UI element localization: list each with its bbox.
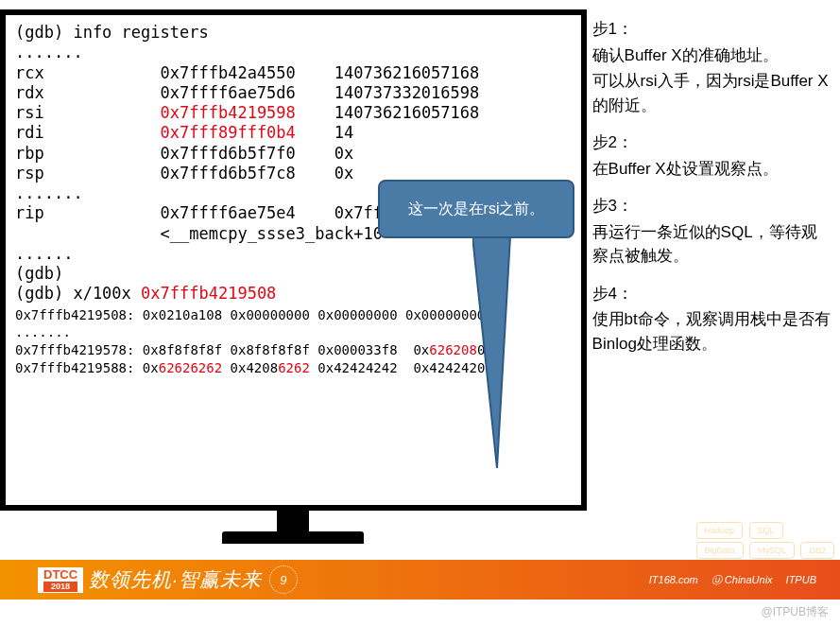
steps-panel: 步1： 确认Buffer X的准确地址。 可以从rsi入手，因为rsi是Buff… bbox=[592, 9, 832, 544]
hex-tag: SQL bbox=[749, 522, 783, 539]
reg-rcx: rcx 0x7fffb42a4550 140736216057168 bbox=[15, 63, 572, 83]
step-text: 确认Buffer X的准确地址。 bbox=[592, 43, 832, 68]
cmd-prefix: (gdb) x/100x bbox=[15, 284, 141, 303]
step-4: 步4： 使用bt命令，观察调用栈中是否有Binlog处理函数。 bbox=[592, 282, 832, 356]
reg-rdi-dec: 14 bbox=[296, 123, 353, 142]
step-1: 步1： 确认Buffer X的准确地址。 可以从rsi入手，因为rsi是Buff… bbox=[592, 17, 832, 117]
step-title: 步2： bbox=[592, 130, 832, 155]
svg-marker-0 bbox=[472, 236, 510, 468]
reg-rbp: rbp 0x7fffd6b5f7f0 0x bbox=[15, 144, 572, 164]
hex-background: Hadoop SQL BigData MySQL DB2 bbox=[695, 520, 835, 560]
footer-slogan: 数领先机·智赢未来 bbox=[89, 566, 262, 593]
step-title: 步4： bbox=[592, 282, 832, 306]
reg-rdi: rdi 0x7fff89fff0b4 14 bbox=[15, 123, 572, 143]
reg-rsi: rsi 0x7fffb4219598 140736216057168 bbox=[15, 103, 572, 123]
step-title: 步1： bbox=[592, 17, 832, 42]
reg-rsi-label: rsi bbox=[15, 103, 161, 122]
step-text: 可以从rsi入手，因为rsi是Buffer X的附近。 bbox=[592, 69, 832, 117]
sponsor-logo: ⓤ ChinaUnix bbox=[711, 573, 773, 587]
callout-text: 这一次是在rsi之前。 bbox=[408, 200, 545, 219]
cmd-address: 0x7fffb4219508 bbox=[141, 284, 276, 303]
watermark: @ITPUB博客 bbox=[761, 604, 829, 620]
footer-badge: 9 bbox=[269, 565, 298, 594]
dtcc-logo: DTCC 2018 bbox=[38, 567, 83, 593]
step-text: 使用bt命令，观察调用栈中是否有Binlog处理函数。 bbox=[592, 307, 832, 356]
sponsor-logo: IT168.com bbox=[649, 574, 698, 585]
step-2: 步2： 在Buffer X处设置观察点。 bbox=[592, 130, 832, 181]
footer-bar: DTCC 2018 数领先机·智赢未来 9 IT168.com ⓤ ChinaU… bbox=[0, 560, 840, 600]
footer-sponsors: IT168.com ⓤ ChinaUnix ITPUB bbox=[649, 573, 816, 587]
reg-rdi-label: rdi bbox=[15, 123, 161, 142]
reg-rdi-value: 0x7fff89fff0b4 bbox=[161, 123, 296, 142]
reg-rdx: rdx 0x7ffff6ae75d6 140737332016598 bbox=[15, 83, 572, 103]
hex-tag: MySQL bbox=[749, 542, 795, 559]
dtcc-year: 2018 bbox=[43, 582, 77, 592]
reg-rsi-value: 0x7fffb4219598 bbox=[161, 103, 296, 122]
hex-tag: DB2 bbox=[800, 542, 834, 559]
ellipsis: ....... bbox=[15, 43, 572, 62]
gdb-cmd-info-registers: (gdb) info registers bbox=[15, 23, 572, 43]
hex-tag: BigData bbox=[696, 542, 744, 559]
step-text: 在Buffer X处设置观察点。 bbox=[592, 157, 832, 182]
dtcc-text: DTCC bbox=[43, 568, 77, 581]
monitor-stand bbox=[0, 509, 587, 544]
reg-rsi-dec: 140736216057168 bbox=[296, 103, 479, 122]
callout-bubble: 这一次是在rsi之前。 bbox=[378, 180, 574, 238]
sponsor-logo: ITPUB bbox=[786, 574, 816, 585]
step-title: 步3： bbox=[592, 194, 832, 218]
hex-tag: Hadoop bbox=[696, 522, 744, 539]
step-3: 步3： 再运行一条近似的SQL，等待观察点被触发。 bbox=[592, 194, 832, 269]
step-text: 再运行一条近似的SQL，等待观察点被触发。 bbox=[592, 220, 832, 269]
